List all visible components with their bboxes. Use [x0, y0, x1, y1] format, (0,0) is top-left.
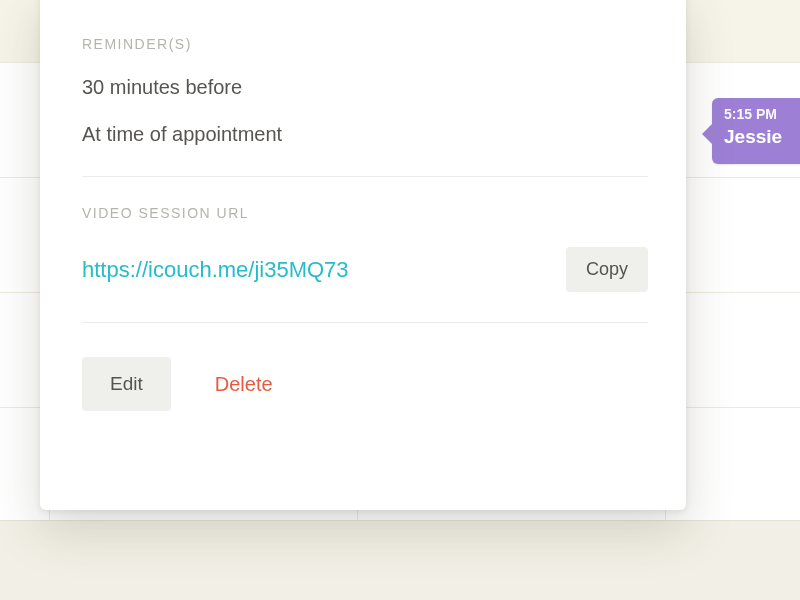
delete-button[interactable]: Delete [215, 373, 273, 396]
appointment-popover: REMINDER(S) 30 minutes before At time of… [40, 0, 686, 510]
reminder-item: At time of appointment [82, 123, 648, 146]
reminders-heading: REMINDER(S) [82, 36, 648, 52]
appointment-time: 5:15 PM [724, 106, 800, 122]
reminder-item: 30 minutes before [82, 76, 648, 99]
edit-button[interactable]: Edit [82, 357, 171, 411]
chip-pointer-icon [702, 124, 712, 144]
copy-button[interactable]: Copy [566, 247, 648, 292]
divider [82, 176, 648, 177]
video-url-heading: VIDEO SESSION URL [82, 205, 648, 221]
appointment-chip[interactable]: 5:15 PM Jessie [712, 98, 800, 164]
video-session-link[interactable]: https://icouch.me/ji35MQ73 [82, 257, 349, 283]
appointment-name: Jessie [724, 126, 800, 148]
divider [82, 322, 648, 323]
